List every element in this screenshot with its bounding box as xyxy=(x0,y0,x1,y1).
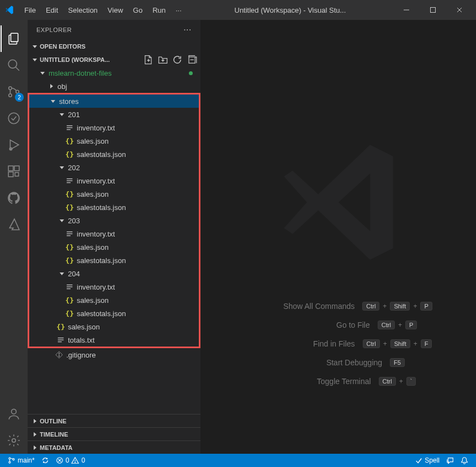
plus-icon: + xyxy=(383,302,387,310)
folder-202[interactable]: 202 xyxy=(29,161,199,174)
folder-root[interactable]: mslearn-dotnet-files xyxy=(28,66,200,80)
minimize-button[interactable] xyxy=(394,2,419,18)
chevron-down-icon xyxy=(31,59,39,61)
file-label: sales.json xyxy=(77,190,109,198)
timeline-label: TIMELINE xyxy=(40,431,68,438)
outline-header[interactable]: OUTLINE xyxy=(28,414,200,427)
file-gitignore[interactable]: .gitignore xyxy=(28,348,200,361)
chevron-down-icon xyxy=(58,219,66,222)
warning-count: 0 xyxy=(81,456,85,464)
chevron-down-icon xyxy=(31,45,39,48)
menu-view[interactable]: View xyxy=(103,4,128,17)
metadata-label: METADATA xyxy=(40,444,72,451)
file-label: sales.json xyxy=(77,137,109,145)
timeline-header[interactable]: TIMELINE xyxy=(28,427,200,440)
json-file-icon: {} xyxy=(56,323,66,331)
file-sales-json[interactable]: {} sales.json xyxy=(29,320,199,333)
shortcut-row: Find in Files Ctrl+Shift+F xyxy=(200,339,476,348)
folder-label: 203 xyxy=(68,217,80,225)
file-inventory-txt[interactable]: inventory.txt xyxy=(29,280,199,293)
file-sales-json[interactable]: {} sales.json xyxy=(29,240,199,254)
activity-explorer[interactable] xyxy=(1,25,27,52)
menu-run[interactable]: Run xyxy=(148,4,170,17)
key-`: ` xyxy=(406,377,416,386)
activity-testing[interactable] xyxy=(1,105,27,132)
modified-dot-icon xyxy=(189,71,193,75)
menu-go[interactable]: Go xyxy=(129,4,147,17)
open-editors-header[interactable]: OPEN EDITORS xyxy=(28,40,200,53)
branch-name: main* xyxy=(18,456,35,464)
status-sync[interactable] xyxy=(38,456,52,464)
file-inventory-txt[interactable]: inventory.txt xyxy=(29,227,199,240)
spell-label: Spell xyxy=(425,456,440,464)
error-count: 0 xyxy=(66,456,70,464)
menu-overflow-icon[interactable]: ··· xyxy=(171,4,186,17)
key-P: P xyxy=(405,321,417,329)
file-label: inventory.txt xyxy=(77,230,115,238)
folder-obj[interactable]: obj xyxy=(28,80,200,93)
plus-icon: + xyxy=(414,340,417,348)
maximize-button[interactable] xyxy=(421,2,445,18)
shortcut-label: Find in Files xyxy=(245,339,355,348)
file-sales-json[interactable]: {} sales.json xyxy=(29,134,199,148)
explorer-more-icon[interactable]: ··· xyxy=(183,25,192,35)
editor-area: Show All Commands Ctrl+Shift+P Go to Fil… xyxy=(200,20,476,454)
file-sales-json[interactable]: {} sales.json xyxy=(29,293,199,307)
svg-point-8 xyxy=(9,94,12,97)
activity-settings[interactable] xyxy=(1,427,27,454)
file-totals-txt[interactable]: totals.txt xyxy=(29,333,199,347)
file-label: inventory.txt xyxy=(77,177,115,185)
status-notifications[interactable] xyxy=(457,456,472,464)
activity-accounts[interactable] xyxy=(1,401,27,427)
activity-run-debug[interactable] xyxy=(1,132,27,158)
activity-search[interactable] xyxy=(1,52,27,78)
outline-label: OUTLINE xyxy=(40,418,66,424)
shortcut-keys: F5 xyxy=(390,358,405,367)
file-salestotals-json[interactable]: {} salestotals.json xyxy=(29,254,199,267)
activity-extensions[interactable] xyxy=(1,158,27,185)
menu-edit[interactable]: Edit xyxy=(41,4,62,17)
folder-203[interactable]: 203 xyxy=(29,214,199,227)
bottom-sections: OUTLINE TIMELINE METADATA xyxy=(28,414,200,454)
folder-204[interactable]: 204 xyxy=(29,267,199,280)
shortcut-keys: Ctrl+Shift+F xyxy=(363,339,432,348)
folder-201[interactable]: 201 xyxy=(29,108,199,121)
status-feedback[interactable] xyxy=(443,456,457,464)
plus-icon: + xyxy=(413,302,417,310)
new-folder-icon[interactable] xyxy=(157,54,168,65)
status-problems[interactable]: 0 0 xyxy=(52,456,88,464)
title-bar: File Edit Selection View Go Run ··· Unti… xyxy=(0,0,476,20)
key-Shift: Shift xyxy=(390,302,410,311)
chevron-down-icon xyxy=(49,100,57,103)
file-label: sales.json xyxy=(77,296,109,305)
shortcut-label: Go to File xyxy=(260,321,370,329)
status-spell[interactable]: Spell xyxy=(411,456,443,464)
activity-scm[interactable]: 2 xyxy=(1,78,27,105)
collapse-all-icon[interactable] xyxy=(186,54,197,65)
svg-rect-13 xyxy=(14,166,19,171)
text-file-icon xyxy=(65,230,75,238)
key-F5: F5 xyxy=(390,358,405,367)
status-branch[interactable]: main* xyxy=(4,456,38,464)
activity-github[interactable] xyxy=(1,185,27,211)
workspace-header[interactable]: UNTITLED (WORKSPA... xyxy=(28,53,200,66)
shortcut-row: Go to File Ctrl+P xyxy=(200,321,476,329)
new-file-icon[interactable] xyxy=(143,54,154,65)
status-bar: main* 0 0 Spell xyxy=(0,454,476,467)
file-inventory-txt[interactable]: inventory.txt xyxy=(29,121,199,134)
menu-selection[interactable]: Selection xyxy=(64,4,102,17)
refresh-icon[interactable] xyxy=(172,54,183,65)
folder-stores[interactable]: stores xyxy=(29,95,199,108)
activity-azure[interactable] xyxy=(1,211,27,238)
file-sales-json[interactable]: {} sales.json xyxy=(29,187,199,201)
file-salestotals-json[interactable]: {} salestotals.json xyxy=(29,307,199,320)
file-salestotals-json[interactable]: {} salestotals.json xyxy=(29,201,199,214)
metadata-header[interactable]: METADATA xyxy=(28,440,200,454)
text-file-icon xyxy=(65,283,75,291)
shortcut-label: Toggle Terminal xyxy=(261,377,371,386)
file-salestotals-json[interactable]: {} salestotals.json xyxy=(29,148,199,161)
menu-file[interactable]: File xyxy=(20,4,40,17)
file-inventory-txt[interactable]: inventory.txt xyxy=(29,174,199,187)
close-button[interactable] xyxy=(447,2,472,18)
highlight-box: stores 201 inventory.txt {} sales.json {… xyxy=(28,93,200,348)
